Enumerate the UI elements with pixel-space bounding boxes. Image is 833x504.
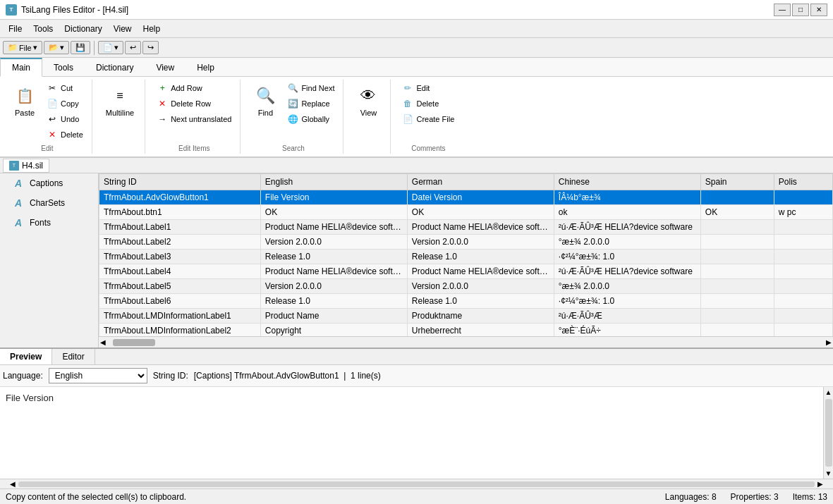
menu-view[interactable]: View [108,22,138,36]
maximize-button[interactable]: □ [792,4,809,16]
col-header-polis[interactable]: Polis [774,174,832,190]
minimize-button[interactable]: — [774,4,791,16]
language-select[interactable]: English German Chinese Spain Polish [49,368,147,383]
table-cell[interactable]: TfrmAbout.Label4 [99,264,261,279]
table-cell[interactable]: OK [260,205,407,220]
h-scrollbar[interactable]: ◀ ▶ [99,336,833,348]
table-cell[interactable] [700,190,774,205]
undo-button[interactable]: ↩ Undo [44,112,86,126]
tab-dictionary[interactable]: Dictionary [85,58,145,76]
table-cell[interactable]: Version 2.0.0.0 [260,279,407,294]
table-cell[interactable]: ·¢²¼°æ±¾: 1.0 [554,250,700,264]
tab-view[interactable]: View [145,58,186,76]
menu-help[interactable]: Help [138,22,166,36]
table-cell[interactable] [774,324,832,337]
vscroll-thumb[interactable] [825,399,832,467]
table-cell[interactable]: Release 1.0 [260,250,407,264]
table-cell[interactable]: Version 2.0.0.0 [407,235,554,250]
menu-tools[interactable]: Tools [28,22,59,36]
create-file-button[interactable]: 📄 Create File [399,112,457,126]
table-cell[interactable] [774,279,832,294]
table-cell[interactable]: Version 2.0.0.0 [407,279,554,294]
table-cell[interactable]: TfrmAbout.Label6 [99,294,261,309]
comments-delete-button[interactable]: 🗑 Delete [399,97,457,111]
save-button[interactable]: 💾 [71,41,90,54]
table-cell[interactable] [700,279,774,294]
tab-main[interactable]: Main [0,58,42,77]
table-row[interactable]: TfrmAbout.Label3Release 1.0Release 1.0·¢… [99,250,833,264]
col-header-spain[interactable]: Spain [700,174,774,190]
table-row[interactable]: TfrmAbout.btn1OKOKokOKw pc [99,205,833,220]
table-cell[interactable]: °æÈ¨·ÉúÃ÷ [554,324,700,337]
table-cell[interactable]: Product Name HELIA®device software [407,220,554,235]
table-cell[interactable] [700,235,774,250]
table-row[interactable]: TfrmAbout.AdvGlowButton1File VersionDate… [99,190,833,205]
table-cell[interactable]: OK [407,205,554,220]
table-cell[interactable]: File Version [260,190,407,205]
preview-hscroll-right[interactable]: ▶ [817,480,823,488]
col-header-chinese[interactable]: Chinese [554,174,700,190]
table-cell[interactable]: TfrmAbout.Label1 [99,220,261,235]
table-cell[interactable]: w pc [774,205,832,220]
tab-tools[interactable]: Tools [42,58,85,76]
table-cell[interactable]: TfrmAbout.Label5 [99,279,261,294]
table-cell[interactable]: Release 1.0 [407,250,554,264]
table-cell[interactable]: Copyright [260,324,407,337]
h-scroll-thumb[interactable] [113,339,155,346]
table-cell[interactable]: Product Name HELIA®device software [260,220,407,235]
redo-toolbar-button[interactable]: ↪ [142,41,159,54]
table-cell[interactable] [774,235,832,250]
table-cell[interactable]: Produktname [407,309,554,324]
vscroll-up-btn[interactable]: ▲ [825,388,832,396]
table-cell[interactable]: ·¢²¼°æ±¾: 1.0 [554,294,700,309]
table-row[interactable]: TfrmAbout.Label5Version 2.0.0.0Version 2… [99,279,833,294]
close-button[interactable]: ✕ [810,4,827,16]
find-next-button[interactable]: 🔍 Find Next [284,81,337,95]
sidebar-item-charsets[interactable]: A CharSets [0,193,98,213]
h-scroll-left-btn[interactable]: ◀ [100,338,106,346]
file-button[interactable]: 📁 File ▾ [3,41,42,54]
new-button[interactable]: 📄 ▾ [98,41,123,54]
sidebar-item-captions[interactable]: A Captions [0,173,98,193]
table-cell[interactable]: Release 1.0 [260,294,407,309]
table-cell[interactable] [774,190,832,205]
tab-help[interactable]: Help [186,58,226,76]
col-header-stringid[interactable]: String ID [99,174,261,190]
view-button[interactable]: 👁 View [352,81,384,121]
preview-hscroll-left[interactable]: ◀ [10,480,16,488]
table-cell[interactable]: Datei Version [407,190,554,205]
col-header-english[interactable]: English [260,174,407,190]
vscroll-down-btn[interactable]: ▼ [825,469,832,477]
file-tab[interactable]: T H4.sil [3,159,49,173]
table-cell[interactable]: Product Name HELIA®device software [407,264,554,279]
table-row[interactable]: TfrmAbout.LMDInformationLabel2CopyrightU… [99,324,833,337]
table-cell[interactable]: Product Name [260,309,407,324]
globally-button[interactable]: 🌐 Globally [284,112,337,126]
table-cell[interactable]: °æ±¾ 2.0.0.0 [554,279,700,294]
table-cell[interactable]: TfrmAbout.btn1 [99,205,261,220]
table-cell[interactable]: ok [554,205,700,220]
undo-toolbar-button[interactable]: ↩ [125,41,141,54]
table-cell[interactable]: OK [700,205,774,220]
add-row-button[interactable]: + Add Row [154,81,234,95]
comments-edit-button[interactable]: ✏ Edit [399,81,457,95]
preview-hscroll-thumb[interactable] [18,481,815,487]
table-cell[interactable]: ²ú·Æ·ÃÛ³Æ HELIA?device software [554,264,700,279]
preview-tab-preview[interactable]: Preview [0,349,52,364]
delete-row-button[interactable]: ✕ Delete Row [154,97,234,111]
table-cell[interactable] [774,294,832,309]
preview-hscrollbar[interactable]: ◀ ▶ [0,479,833,488]
table-row[interactable]: TfrmAbout.Label1Product Name HELIA®devic… [99,220,833,235]
find-button[interactable]: 🔍 Find [249,81,281,121]
col-header-german[interactable]: German [407,174,554,190]
table-cell[interactable] [774,264,832,279]
table-cell[interactable]: ÎÂ¼b°æ±¾ [554,190,700,205]
table-row[interactable]: TfrmAbout.Label2Version 2.0.0.0Version 2… [99,235,833,250]
table-cell[interactable]: Product Name HELIA®device software [260,264,407,279]
table-cell[interactable]: TfrmAbout.Label2 [99,235,261,250]
table-cell[interactable]: °æ±¾ 2.0.0.0 [554,235,700,250]
table-cell[interactable]: Urheberrecht [407,324,554,337]
table-row[interactable]: TfrmAbout.Label6Release 1.0Release 1.0·¢… [99,294,833,309]
next-untranslated-button[interactable]: → Next untranslated [154,112,234,126]
table-cell[interactable]: Release 1.0 [407,294,554,309]
